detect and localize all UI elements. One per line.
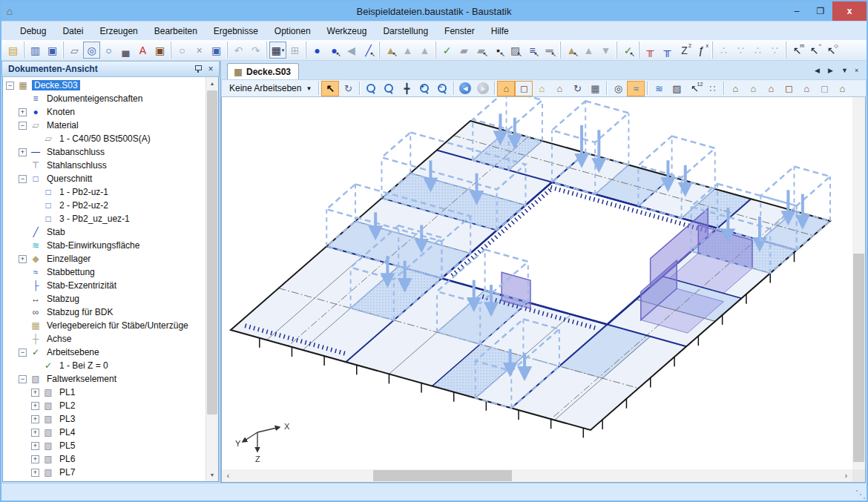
couple-nodes-4-button[interactable]: ∵ — [766, 42, 783, 59]
tree-item-einzellager[interactable]: +◆Einzellager — [3, 252, 206, 265]
menu-bearbeiten[interactable]: Bearbeiten — [146, 24, 206, 39]
expander-icon[interactable]: + — [31, 389, 39, 397]
viewport-hscrollbar[interactable]: ‹ › — [222, 469, 852, 482]
animation-path-button[interactable]: ≈ — [627, 81, 645, 96]
tab-close-button[interactable]: × — [850, 66, 862, 75]
menu-werkzeug[interactable]: Werkzeug — [319, 24, 375, 39]
view-next-button[interactable]: ▶ — [474, 81, 492, 96]
view-house-3d-button[interactable]: ⌂ — [726, 81, 744, 96]
tree-item-stabanschluss[interactable]: +—Stabanschluss — [3, 145, 206, 159]
tree-item-knoten[interactable]: +●Knoten — [3, 105, 206, 119]
tree-item-pl4[interactable]: +▧PL4 — [3, 426, 206, 439]
select-slab-button[interactable]: ▨↖ — [507, 42, 524, 59]
support-arrow-button[interactable]: ▲↖ — [563, 42, 580, 59]
expander-icon[interactable]: − — [19, 122, 27, 130]
menu-darstellung[interactable]: Darstellung — [375, 24, 436, 39]
create-support-button[interactable]: ▲↖ — [382, 42, 399, 59]
zoom-out-button[interactable]: − — [433, 81, 451, 96]
tree-item-pl3[interactable]: +▧PL3 — [3, 412, 206, 426]
supports-group-button[interactable]: ▲ — [580, 42, 597, 59]
model-3d-canvas[interactable]: XYZ — [222, 97, 852, 469]
expander-icon[interactable]: + — [19, 108, 27, 116]
expander-icon[interactable]: − — [19, 175, 27, 183]
menu-datei[interactable]: Datei — [54, 24, 91, 39]
support-rotated-button[interactable]: ▲ — [399, 42, 416, 59]
tree-item-pl5[interactable]: +▧PL5 — [3, 439, 206, 452]
tab-decke-s03[interactable]: ▦ Decke.S03 — [227, 63, 299, 79]
zoom-in-button[interactable]: + — [415, 81, 433, 96]
scroll-down-icon[interactable]: ▼ — [206, 469, 218, 481]
tree-item-dokumenteigenschaften[interactable]: ≡Dokumenteigenschaften — [3, 92, 206, 105]
tree-item-stab[interactable]: ╱Stab — [3, 225, 206, 239]
tree-item-faltwerkselement[interactable]: −▧Faltwerkselement — [3, 372, 206, 386]
couple-nodes-3-button[interactable]: ∴ — [749, 42, 766, 59]
copy-selection-button[interactable]: ▣ — [208, 42, 225, 59]
expander-icon[interactable]: + — [31, 455, 39, 463]
create-rail-button[interactable]: ═↖ — [541, 42, 558, 59]
window-view-button[interactable]: ▣ — [151, 42, 168, 59]
print-button[interactable]: ▄ — [117, 42, 134, 59]
tree-item-pl2[interactable]: +▧PL2 — [3, 399, 206, 412]
zoom-free-button[interactable] — [380, 81, 398, 96]
expander-icon[interactable]: + — [19, 148, 27, 156]
minimize-button[interactable]: – — [785, 1, 809, 21]
scroll-right-icon[interactable]: › — [840, 469, 852, 482]
tab-scroll-right-button[interactable]: ▶ — [823, 66, 835, 75]
view-isometric-button[interactable]: ⌂ — [497, 81, 515, 96]
tree-item-decke-s03[interactable]: −▦Decke.S03 — [3, 79, 206, 92]
view-house-roof-button[interactable]: ⌂ — [798, 81, 815, 96]
tree-item-stab-einwirkungsfl-che[interactable]: ≋Stab-Einwirkungsfläche — [3, 239, 206, 252]
tree-scrollbar[interactable]: ▲ ▼ — [206, 77, 218, 481]
zoom-window-button[interactable] — [362, 81, 380, 96]
sidebar-close-icon[interactable]: × — [206, 64, 216, 74]
print-preview-button[interactable]: ◎ — [83, 42, 100, 59]
create-beam-hatch-button[interactable]: ≡↖ — [524, 42, 541, 59]
save-document-button[interactable]: ▣ — [44, 42, 61, 59]
tree-scrollbar-thumb[interactable] — [207, 90, 217, 415]
expander-icon[interactable]: + — [31, 415, 39, 423]
numbering-cursor-button[interactable]: ↖12 — [685, 81, 703, 96]
view-house-red-button[interactable]: ⌂ — [762, 81, 780, 96]
view-panel-button[interactable]: ◻ — [815, 81, 833, 96]
view-house-outline-button[interactable]: ⌂ — [744, 81, 762, 96]
tree-item-3-pb2-uz-uez-1[interactable]: □3 - Pb2_uz_uez-1 — [3, 212, 206, 225]
couple-nodes-1-button[interactable]: ∴ — [715, 42, 732, 59]
select-node-button[interactable]: ●↖ — [326, 42, 343, 59]
tree-item-1-bei-z-0[interactable]: ✓1 - Bei Z = 0 — [3, 359, 206, 372]
menu-fenster[interactable]: Fenster — [436, 24, 483, 39]
expander-icon[interactable]: + — [19, 255, 27, 263]
tree-item-stabbettung[interactable]: ≈Stabbettung — [3, 265, 206, 279]
resize-grip[interactable] — [855, 489, 865, 499]
create-node-button[interactable]: ● — [309, 42, 326, 59]
menu-erzeugen[interactable]: Erzeugen — [91, 24, 145, 39]
view-previous-button[interactable]: ◀ — [456, 81, 474, 96]
tree-item-achse[interactable]: ┼Achse — [3, 332, 206, 346]
tab-scroll-left-button[interactable]: ◀ — [810, 66, 822, 75]
close-button[interactable]: x — [832, 1, 867, 21]
new-document-button[interactable]: ▤ — [4, 42, 22, 59]
view-element-button[interactable]: ◻ — [515, 81, 533, 96]
tree-item-pl6[interactable]: +▧PL6 — [3, 452, 206, 466]
maximize-button[interactable]: ❐ — [809, 1, 832, 21]
menu-optionen[interactable]: Optionen — [266, 24, 319, 39]
tree-item-stabzug-f-r-bdk[interactable]: ∞Stabzug für BDK — [3, 306, 206, 319]
view-door-button[interactable]: ◻ — [780, 81, 798, 96]
support-released-button[interactable]: ▲ — [416, 42, 433, 59]
select-angle-button[interactable]: ↖^ — [806, 42, 823, 59]
select-cursor-button[interactable]: ↖ — [321, 81, 339, 96]
export-pdf-button[interactable]: A — [134, 42, 151, 59]
workplane-selector[interactable]: Keine Arbeitseben▼ — [225, 82, 316, 95]
create-wall-button[interactable]: ▰ — [456, 42, 473, 59]
load-diagram-red-button[interactable]: ╥ — [642, 42, 659, 59]
sound-wave-button[interactable]: ≋ — [650, 81, 668, 96]
dimensions-button[interactable]: ∷ — [703, 81, 721, 96]
load-diagram-blue-button[interactable]: ╥ — [659, 42, 676, 59]
search-document-button[interactable]: ○ — [100, 42, 117, 59]
viewport-hscrollbar-thumb[interactable] — [373, 470, 512, 481]
menu-debug[interactable]: Debug — [12, 24, 54, 39]
expander-icon[interactable]: − — [19, 375, 27, 383]
tree-item-pl7[interactable]: +▧PL7 — [3, 466, 206, 479]
scroll-left-icon[interactable]: ‹ — [222, 469, 234, 482]
view-top-button[interactable]: ⌂ — [533, 81, 550, 96]
tree-item-arbeitsebene[interactable]: −✓Arbeitsebene — [3, 346, 206, 359]
